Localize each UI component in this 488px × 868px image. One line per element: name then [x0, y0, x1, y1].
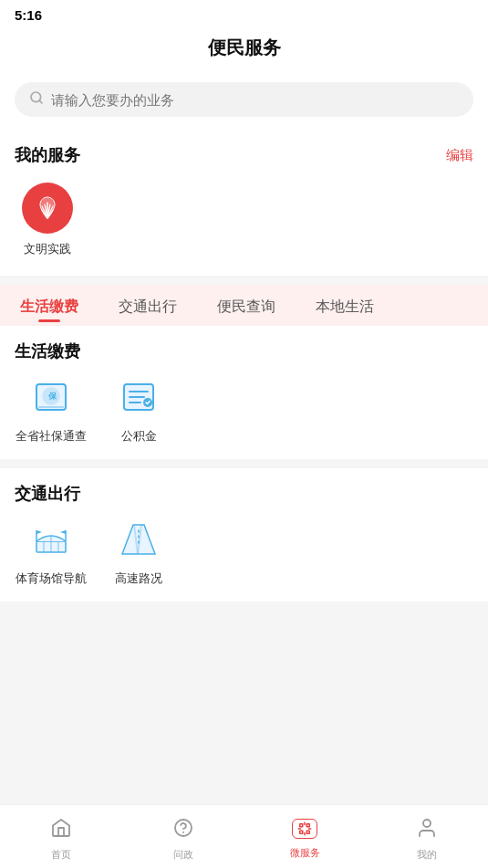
grid-item-gongjijin[interactable]: 公积金 [102, 373, 175, 444]
traffic-section: 交通出行 [0, 468, 488, 601]
shebao-icon: 保 [27, 373, 75, 421]
bottom-nav: 首页 问政 微服务 [0, 804, 488, 868]
tab-traffic[interactable]: 交通出行 [99, 285, 197, 326]
status-bar: 5:16 [0, 0, 488, 26]
grid-item-sports[interactable]: 体育场馆导航 [15, 516, 88, 587]
home-label: 首页 [51, 848, 71, 862]
wenming-label: 文明实践 [24, 241, 71, 257]
svg-point-19 [175, 820, 192, 836]
category-tabs: 生活缴费 交通出行 便民查询 本地生活 [0, 285, 488, 326]
grid-item-shebao[interactable]: 保 全省社保通查 [15, 373, 88, 444]
page-title: 便民服务 [0, 26, 488, 73]
status-time: 5:16 [15, 7, 42, 23]
nav-item-wenzhen[interactable]: 问政 [122, 811, 244, 862]
nav-item-weifuwu[interactable]: 微服务 [244, 813, 367, 860]
highway-icon [115, 516, 162, 563]
edit-button[interactable]: 编辑 [446, 147, 473, 164]
wenzhen-icon [172, 817, 194, 844]
nav-item-home[interactable]: 首页 [0, 811, 122, 862]
wenming-icon [22, 183, 73, 234]
nav-item-wode[interactable]: 我的 [366, 811, 488, 862]
service-item-wenming[interactable]: 文明实践 [22, 183, 73, 257]
wode-label: 我的 [417, 848, 437, 862]
svg-text:保: 保 [47, 392, 57, 401]
svg-line-1 [39, 100, 42, 103]
sports-label: 体育场馆导航 [16, 570, 87, 587]
gongjijin-icon [115, 373, 162, 421]
my-service-icons: 文明实践 [15, 179, 473, 261]
wode-icon [416, 817, 438, 844]
svg-point-21 [423, 820, 431, 827]
my-services-card: 我的服务 编辑 [0, 130, 488, 276]
wenzhen-label: 问政 [173, 848, 193, 862]
home-icon [50, 817, 72, 844]
life-section-title: 生活缴费 [15, 340, 473, 362]
tab-query[interactable]: 便民查询 [197, 285, 296, 326]
sports-icon [27, 516, 75, 563]
highway-label: 高速路况 [115, 570, 162, 587]
traffic-section-title: 交通出行 [15, 483, 473, 505]
my-services-title: 我的服务 [15, 144, 80, 166]
grid-item-highway[interactable]: 高速路况 [102, 516, 175, 587]
weifuwu-label: 微服务 [290, 846, 320, 860]
gongjijin-label: 公积金 [121, 428, 157, 444]
life-service-grid: 保 全省社保通查 公积金 [15, 373, 473, 444]
weifuwu-icon [292, 819, 317, 842]
shebao-label: 全省社保通查 [16, 428, 87, 444]
search-bar [0, 73, 488, 130]
search-icon [29, 90, 44, 109]
traffic-service-grid: 体育场馆导航 高速路况 [15, 516, 473, 587]
svg-rect-4 [38, 406, 64, 408]
search-input[interactable] [51, 92, 459, 108]
tab-local[interactable]: 本地生活 [296, 285, 394, 326]
life-section: 生活缴费 保 全省社保通查 [0, 326, 488, 459]
my-services-header: 我的服务 编辑 [15, 144, 473, 166]
search-input-wrap[interactable] [15, 82, 473, 117]
tab-life[interactable]: 生活缴费 [0, 285, 99, 326]
